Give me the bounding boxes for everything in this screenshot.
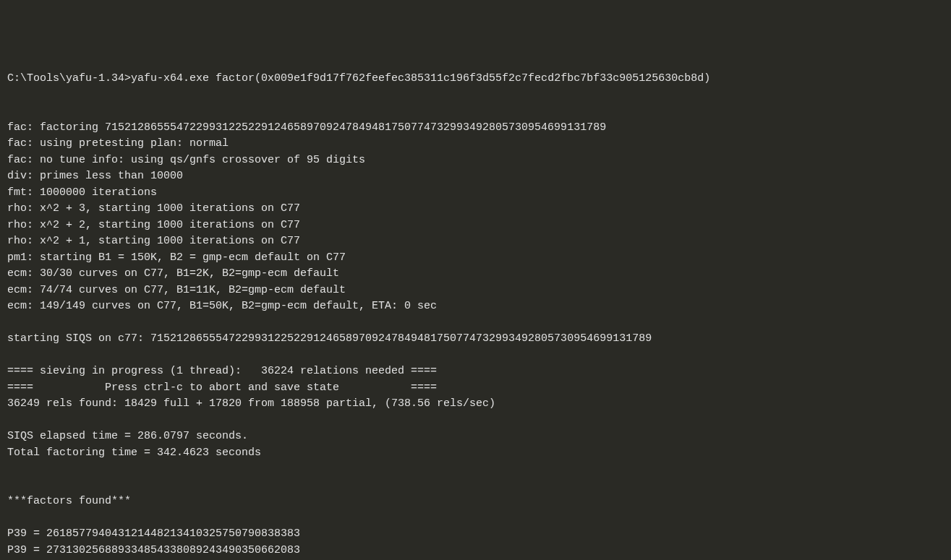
output-line: rho: x^2 + 2, starting 1000 iterations o… [7, 219, 300, 231]
command: yafu-x64.exe factor(0x009e1f9d17f762feef… [131, 72, 710, 85]
output-line: rho: x^2 + 1, starting 1000 iterations o… [7, 235, 300, 247]
output-line: ecm: 30/30 curves on C77, B1=2K, B2=gmp-… [7, 267, 339, 280]
output-line: P39 = 2618577940431214482134103257507908… [7, 527, 300, 540]
output-line: P39 = 2731302568893348543380892434903506… [7, 544, 300, 556]
output-line: rho: x^2 + 3, starting 1000 iterations o… [7, 202, 300, 215]
output-line: ==== Press ctrl-c to abort and save stat… [7, 382, 437, 394]
output-line: pm1: starting B1 = 150K, B2 = gmp-ecm de… [7, 251, 346, 264]
output-line: starting SIQS on c77: 715212865554722993… [7, 332, 652, 345]
output-line: Total factoring time = 342.4623 seconds [7, 447, 261, 459]
output-line: 36249 rels found: 18429 full + 17820 fro… [7, 397, 495, 410]
output-line: fac: using pretesting plan: normal [7, 137, 229, 150]
output-line: ecm: 74/74 curves on C77, B1=11K, B2=gmp… [7, 284, 346, 296]
prompt-line: C:\Tools\yafu-1.34>yafu-x64.exe factor(0… [7, 72, 710, 85]
terminal-output[interactable]: C:\Tools\yafu-1.34>yafu-x64.exe factor(0… [7, 71, 944, 560]
output-line: ***factors found*** [7, 495, 131, 507]
output-line: fac: no tune info: using qs/gnfs crossov… [7, 154, 365, 166]
output-line: SIQS elapsed time = 286.0797 seconds. [7, 430, 248, 442]
prompt-path: C:\Tools\yafu-1.34> [7, 72, 131, 85]
output-line: div: primes less than 10000 [7, 170, 183, 182]
output-line: ==== sieving in progress (1 thread): 362… [7, 365, 437, 377]
output-line: ecm: 149/149 curves on C77, B1=50K, B2=g… [7, 300, 437, 312]
output-line: fac: factoring 7152128655547229931225229… [7, 121, 606, 134]
output-line: fmt: 1000000 iterations [7, 186, 157, 199]
